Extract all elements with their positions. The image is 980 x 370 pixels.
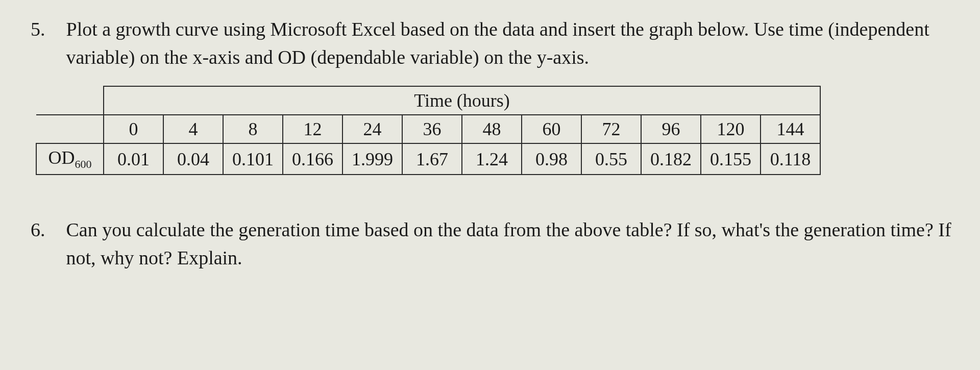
od-label-prefix: OD	[48, 147, 75, 168]
time-cell: 4	[163, 115, 223, 143]
od-cell: 0.166	[283, 143, 342, 175]
time-cell: 72	[581, 115, 641, 143]
question-6-text: Can you calculate the generation time ba…	[66, 216, 960, 272]
time-cell: 24	[342, 115, 402, 143]
question-5: 5. Plot a growth curve using Microsoft E…	[31, 15, 960, 71]
question-5-text: Plot a growth curve using Microsoft Exce…	[66, 15, 960, 71]
od-cell: 0.182	[641, 143, 701, 175]
table-od-row: OD600 0.01 0.04 0.101 0.166 1.999 1.67 1…	[36, 143, 820, 175]
od-cell: 1.24	[462, 143, 522, 175]
question-6-number: 6.	[31, 216, 61, 244]
od-cell: 1.999	[342, 143, 402, 175]
time-cell: 0	[104, 115, 163, 143]
od-label-sub: 600	[75, 158, 92, 170]
table-header-row: Time (hours)	[36, 86, 820, 115]
od-cell: 0.55	[581, 143, 641, 175]
time-cell: 144	[761, 115, 820, 143]
od-cell: 0.155	[701, 143, 761, 175]
time-cell: 12	[283, 115, 342, 143]
time-cell: 48	[462, 115, 522, 143]
od-cell: 0.98	[522, 143, 581, 175]
time-cell: 120	[701, 115, 761, 143]
question-5-number: 5.	[31, 15, 61, 43]
time-header: Time (hours)	[104, 86, 820, 115]
time-cell: 8	[223, 115, 283, 143]
worksheet-page: 5. Plot a growth curve using Microsoft E…	[0, 0, 980, 273]
time-cell: 36	[402, 115, 462, 143]
table-stub-empty-2	[36, 115, 104, 143]
table-stub-empty	[36, 86, 104, 115]
od-cell: 0.101	[223, 143, 283, 175]
od-cell: 0.118	[761, 143, 820, 175]
growth-data-table: Time (hours) 0 4 8 12 24 36 48 60 72 96 …	[36, 86, 821, 175]
question-6: 6. Can you calculate the generation time…	[31, 216, 960, 272]
od-cell: 0.04	[163, 143, 223, 175]
time-cell: 60	[522, 115, 581, 143]
time-cell: 96	[641, 115, 701, 143]
od-row-label: OD600	[36, 143, 104, 175]
od-cell: 1.67	[402, 143, 462, 175]
table-time-row: 0 4 8 12 24 36 48 60 72 96 120 144	[36, 115, 820, 143]
od-cell: 0.01	[104, 143, 163, 175]
